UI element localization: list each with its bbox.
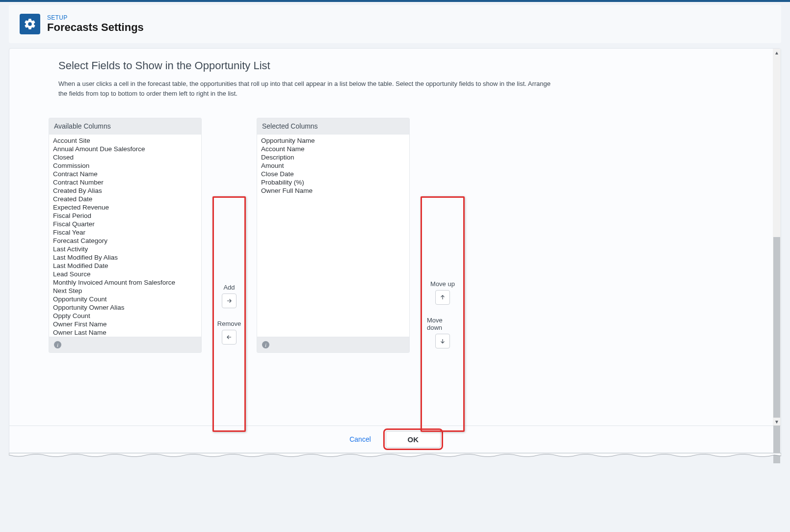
list-item[interactable]: Expected Revenue [52,203,198,212]
cancel-button[interactable]: Cancel [349,435,371,443]
list-item[interactable]: Owner Last Name [52,328,198,337]
list-item[interactable]: Monthly Invoiced Amount from Salesforce [52,278,198,287]
available-footer: i [49,337,201,352]
remove-label: Remove [217,320,241,327]
add-remove-controls: Add Remove [212,196,246,432]
list-item[interactable]: Oppty Count [52,312,198,320]
list-item[interactable]: Last Activity [52,245,198,253]
list-item[interactable]: Owner Full Name [260,186,406,195]
content-card: Select Fields to Show in the Opportunity… [9,48,781,426]
torn-edge-decoration [9,453,781,458]
list-item[interactable]: Forecast Category [52,237,198,245]
move-up-button[interactable] [435,290,450,305]
info-icon[interactable]: i [54,341,61,348]
list-item[interactable]: Opportunity Owner Alias [52,303,198,312]
list-item[interactable]: Closed [52,153,198,161]
list-item[interactable]: Annual Amount Due Salesforce [52,145,198,153]
ok-button[interactable]: OK [386,431,441,448]
move-up-label: Move up [430,280,455,288]
list-item[interactable]: Owner First Name [52,320,198,328]
list-item[interactable]: Created Date [52,195,198,203]
list-item[interactable]: Amount [260,161,406,170]
section-description: When a user clicks a cell in the forecas… [58,79,559,98]
move-down-button[interactable] [435,334,450,348]
list-item[interactable]: Fiscal Year [52,228,198,237]
list-item[interactable]: Fiscal Quarter [52,220,198,228]
content-scrollbar[interactable]: ▲ ▼ [773,49,781,426]
list-item[interactable]: Opportunity Count [52,295,198,303]
list-item[interactable]: Last Modified By Alias [52,253,198,262]
list-item[interactable]: Probability (%) [260,178,406,186]
list-item[interactable]: Account Name [260,145,406,153]
list-item[interactable]: Last Modified Date [52,262,198,270]
list-item[interactable]: Account Site [52,136,198,145]
available-columns-list[interactable]: Account SiteAnnual Amount Due Salesforce… [49,134,201,337]
list-item[interactable]: Contract Name [52,170,198,178]
list-item[interactable]: Opportunity Name [260,136,406,145]
setup-label: SETUP [47,14,144,21]
list-item[interactable]: Description [260,153,406,161]
info-icon[interactable]: i [262,341,269,348]
gear-icon [20,14,40,34]
available-columns-box: Available Columns Account SiteAnnual Amo… [49,118,202,353]
list-item[interactable]: Next Step [52,287,198,295]
list-item[interactable]: Created By Alias [52,186,198,195]
add-label: Add [223,284,235,291]
page-title: Forecasts Settings [47,21,144,34]
reorder-controls: Move up Move down [421,196,465,432]
selected-columns-box: Selected Columns Opportunity NameAccount… [257,118,410,353]
remove-button[interactable] [222,330,237,345]
selected-header: Selected Columns [257,118,409,134]
add-button[interactable] [222,293,237,308]
page-header: SETUP Forecasts Settings [9,5,781,43]
list-item[interactable]: Fiscal Period [52,212,198,220]
list-item[interactable]: Close Date [260,170,406,178]
list-item[interactable]: Lead Source [52,270,198,278]
section-title: Select Fields to Show in the Opportunity… [58,59,741,72]
available-header: Available Columns [49,118,201,134]
selected-footer: i [257,337,409,352]
list-item[interactable]: Contract Number [52,178,198,186]
list-item[interactable]: Commission [52,161,198,170]
move-down-label: Move down [427,317,458,331]
selected-columns-list[interactable]: Opportunity NameAccount NameDescriptionA… [257,134,409,337]
